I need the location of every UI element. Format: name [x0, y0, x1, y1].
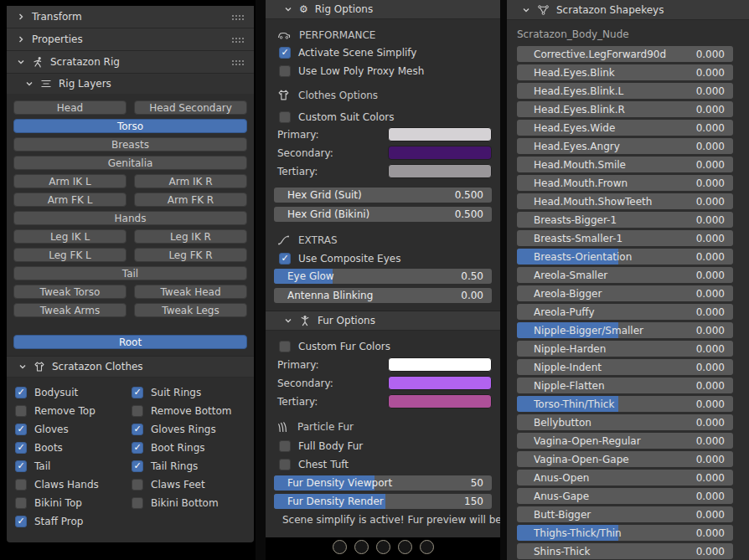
rig-layer-button-leg-ik-l[interactable]: Leg IK L — [13, 229, 127, 244]
rig-layer-button-head[interactable]: Head — [13, 100, 127, 115]
rig-layer-button-tail[interactable]: Tail — [13, 266, 247, 280]
slider-hex-grid-suit[interactable]: Hex Grid (Suit)0.500 — [274, 188, 492, 203]
subpanel-header-rig-layers[interactable]: Rig Layers — [7, 74, 254, 94]
shapekey-slider-head-mouth-smile[interactable]: Head.Mouth.Smile0.000 — [517, 157, 733, 172]
rig-layer-button-arm-ik-l[interactable]: Arm IK L — [13, 174, 127, 188]
shapekey-slider-anus-open[interactable]: Anus-Open0.000 — [517, 470, 733, 486]
checkbox-remove-top[interactable] — [15, 405, 27, 417]
color-swatch-secondary[interactable] — [388, 146, 492, 160]
slider-eye-glow[interactable]: Eye Glow0.50 — [274, 269, 492, 284]
drag-handle-icon[interactable] — [231, 37, 244, 43]
panel-header-scratazon-shapekeys[interactable]: Scratazon Shapekeys — [507, 0, 749, 20]
shapekey-slider-thighs-thick-thin[interactable]: Thighs-Thick/Thin0.000 — [517, 525, 733, 541]
color-swatch-primary[interactable] — [388, 357, 492, 372]
slider-fur-density-viewport[interactable]: Fur Density Viewport50 — [274, 475, 492, 491]
viewport-dot-3[interactable] — [376, 540, 390, 554]
panel-header-fur-options[interactable]: Fur Options — [266, 311, 500, 331]
panel-title: Fur Options — [318, 315, 375, 326]
shapekey-slider-breasts-bigger-1[interactable]: Breasts-Bigger-10.000 — [517, 212, 733, 228]
slider-hex-grid-bikini[interactable]: Hex Grid (Bikini)0.500 — [274, 207, 492, 222]
checkbox-activate-scene-simplify[interactable]: ✓ — [279, 47, 291, 59]
viewport-dot-4[interactable] — [398, 540, 412, 554]
rig-layer-button-genitalia[interactable]: Genitalia — [13, 156, 247, 170]
rig-layer-button-tweak-arms[interactable]: Tweak Arms — [13, 303, 127, 317]
shapekey-slider-corrective-legforward90d[interactable]: Corrective.LegForward90d0.000 — [517, 46, 733, 62]
drag-handle-icon[interactable] — [231, 59, 244, 65]
shapekey-slider-butt-bigger[interactable]: Butt-Bigger0.000 — [517, 506, 733, 522]
shapekey-slider-head-eyes-blink[interactable]: Head.Eyes.Blink0.000 — [517, 64, 733, 80]
panel-header-scratazon-rig[interactable]: Scratazon Rig — [7, 51, 254, 74]
shapekey-slider-vagina-open-gape[interactable]: Vagina-Open-Gape0.000 — [517, 451, 733, 467]
checkbox-suit-rings[interactable]: ✓ — [132, 387, 143, 398]
slider-fur-density-render[interactable]: Fur Density Render150 — [274, 494, 492, 509]
checkbox-boots[interactable]: ✓ — [15, 442, 27, 454]
rig-layer-button-breasts[interactable]: Breasts — [13, 137, 247, 152]
color-swatch-tertiary[interactable] — [388, 394, 492, 408]
shapekey-slider-head-eyes-blink-l[interactable]: Head.Eyes.Blink.L0.000 — [517, 83, 733, 99]
rig-layer-button-tweak-legs[interactable]: Tweak Legs — [134, 303, 247, 317]
color-swatch-primary[interactable] — [388, 127, 492, 141]
viewport-dot-2[interactable] — [354, 540, 369, 554]
checkbox-bikini-top[interactable] — [15, 497, 27, 509]
checkbox-chest-tuft[interactable] — [279, 459, 291, 470]
rig-layer-button-tweak-torso[interactable]: Tweak Torso — [13, 285, 127, 299]
rig-layer-button-hands[interactable]: Hands — [13, 211, 247, 225]
drag-handle-icon[interactable] — [231, 14, 244, 20]
checkbox-full-body-fur[interactable] — [279, 440, 291, 452]
shapekey-slider-torso-thin-thick[interactable]: Torso-Thin/Thick0.000 — [517, 396, 733, 412]
rig-layer-button-arm-fk-r[interactable]: Arm FK R — [134, 193, 247, 207]
checkbox-remove-bottom[interactable] — [132, 405, 143, 417]
shapekey-slider-bellybutton[interactable]: Bellybutton0.000 — [517, 414, 733, 430]
shapekey-slider-head-eyes-angry[interactable]: Head.Eyes.Angry0.000 — [517, 138, 733, 154]
shapekey-slider-breasts-orientation[interactable]: Breasts-Orientation0.000 — [517, 249, 733, 265]
shapekey-slider-head-mouth-frown[interactable]: Head.Mouth.Frown0.000 — [517, 175, 733, 191]
checkbox-gloves[interactable]: ✓ — [15, 424, 27, 435]
panel-header-transform[interactable]: Transform — [7, 6, 254, 28]
shapekey-slider-nipple-indent[interactable]: Nipple-Indent0.000 — [517, 359, 733, 375]
shapekey-slider-areola-smaller[interactable]: Areola-Smaller0.000 — [517, 267, 733, 283]
checkbox-custom-suit-colors[interactable] — [279, 111, 291, 123]
subpanel-header-scratazon-clothes[interactable]: Scratazon Clothes — [7, 356, 254, 378]
checkbox-claws-hands[interactable] — [15, 479, 27, 491]
shapekey-slider-breasts-smaller-1[interactable]: Breasts-Smaller-10.000 — [517, 230, 733, 246]
checkbox-gloves-rings[interactable]: ✓ — [132, 424, 143, 435]
color-swatch-tertiary[interactable] — [388, 164, 492, 178]
panel-header-properties[interactable]: Properties — [7, 28, 254, 51]
shapekey-slider-nipple-flatten[interactable]: Nipple-Flatten0.000 — [517, 378, 733, 393]
checkbox-use-composite-eyes[interactable]: ✓ — [279, 253, 291, 265]
rig-layer-button-tweak-head[interactable]: Tweak Head — [134, 285, 247, 299]
rig-layer-button-arm-ik-r[interactable]: Arm IK R — [134, 174, 247, 188]
checkbox-bodysuit[interactable]: ✓ — [15, 387, 27, 398]
panel-header-rig-options[interactable]: ⚙ Rig Options — [266, 0, 500, 19]
shapekey-slider-nipple-harden[interactable]: Nipple-Harden0.000 — [517, 341, 733, 357]
shapekey-slider-head-eyes-blink-r[interactable]: Head.Eyes.Blink.R0.000 — [517, 101, 733, 117]
slider-antenna-blinking[interactable]: Antenna Blinking0.00 — [274, 288, 492, 303]
rig-layer-button-leg-fk-r[interactable]: Leg FK R — [134, 248, 247, 262]
rig-layer-button-arm-fk-l[interactable]: Arm FK L — [13, 193, 127, 207]
shapekey-slider-nipple-bigger-smaller[interactable]: Nipple-Bigger/Smaller0.000 — [517, 322, 733, 338]
shapekey-slider-anus-gape[interactable]: Anus-Gape0.000 — [517, 488, 733, 504]
checkbox-tail[interactable]: ✓ — [15, 460, 27, 472]
rig-layer-button-leg-ik-r[interactable]: Leg IK R — [134, 229, 247, 244]
checkbox-custom-fur-colors[interactable] — [279, 341, 291, 352]
color-swatch-secondary[interactable] — [388, 376, 492, 390]
viewport-dot-1[interactable] — [333, 540, 347, 554]
checkbox-bikini-bottom[interactable] — [132, 497, 143, 509]
shapekey-slider-shins-thick[interactable]: Shins-Thick0.000 — [517, 543, 733, 559]
checkbox-row-suit-rings: ✓Suit Rings — [132, 386, 254, 399]
shapekey-slider-areola-bigger[interactable]: Areola-Bigger0.000 — [517, 285, 733, 301]
rig-layer-button-head-secondary[interactable]: Head Secondary — [134, 100, 247, 115]
shapekey-slider-head-mouth-showteeth[interactable]: Head.Mouth.ShowTeeth0.000 — [517, 193, 733, 209]
checkbox-use-low-poly-proxy-mesh[interactable] — [279, 65, 291, 77]
shapekey-slider-head-eyes-wide[interactable]: Head.Eyes.Wide0.000 — [517, 120, 733, 136]
checkbox-claws-feet[interactable] — [132, 479, 143, 491]
rig-layer-button-torso[interactable]: Torso — [13, 119, 247, 133]
shapekey-slider-areola-puffy[interactable]: Areola-Puffy0.000 — [517, 304, 733, 320]
rig-layer-button-root[interactable]: Root — [13, 335, 247, 349]
rig-layer-button-leg-fk-l[interactable]: Leg FK L — [13, 248, 127, 262]
shapekey-slider-vagina-open-regular[interactable]: Vagina-Open-Regular0.000 — [517, 433, 733, 449]
checkbox-boot-rings[interactable]: ✓ — [132, 442, 143, 454]
viewport-dot-5[interactable] — [420, 540, 434, 554]
checkbox-staff-prop[interactable]: ✓ — [15, 516, 27, 527]
checkbox-tail-rings[interactable]: ✓ — [132, 460, 143, 472]
